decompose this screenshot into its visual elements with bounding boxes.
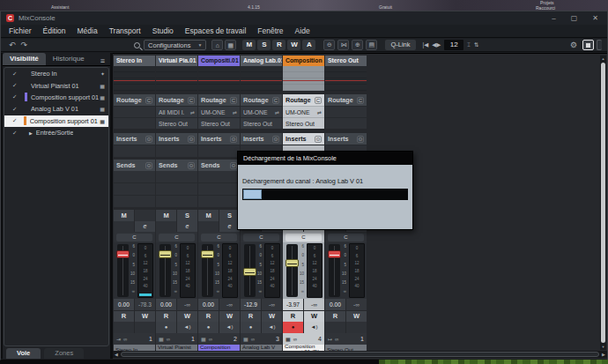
title-bar[interactable]: C MixConsole – ▢ ✕ — [1, 11, 607, 25]
record-enable-button[interactable]: ● — [325, 322, 345, 333]
routing-section-header[interactable]: Routage C — [114, 94, 155, 106]
record-enable-button[interactable]: ● — [198, 322, 219, 333]
sends-options-icon[interactable]: ⊙ — [145, 162, 152, 169]
send-slots[interactable] — [198, 171, 240, 207]
insert-slot[interactable] — [114, 145, 155, 157]
scroll-up-icon[interactable]: ▲ — [600, 56, 606, 62]
write-automation-button[interactable]: W — [304, 311, 324, 322]
routing-edit-icon[interactable]: C — [145, 97, 152, 104]
channel-pictures-zone[interactable] — [241, 66, 282, 91]
track-visibility-row[interactable]: ✓ ▶ Analog Lab V 01 ▦ — [4, 103, 108, 115]
volume-value[interactable]: 0.00 — [325, 299, 345, 310]
write-automation-button[interactable]: W — [135, 311, 155, 322]
record-enable-button[interactable]: ● — [156, 322, 176, 333]
expand-arrow-icon[interactable]: ▶ — [29, 130, 33, 136]
routing-section-header[interactable]: Routage C — [325, 94, 367, 106]
close-button[interactable]: ✕ — [592, 11, 598, 25]
peak-value[interactable]: -∞ — [177, 299, 197, 310]
pan-control[interactable]: C — [285, 234, 322, 241]
listen-button[interactable] — [198, 221, 219, 232]
track-visibility-row[interactable]: ✓ ▶ Entrée/Sortie — [4, 127, 108, 138]
routing-section-header[interactable]: Routage C — [198, 94, 240, 106]
peak-value[interactable]: -78.3 — [135, 299, 155, 310]
solo-button[interactable]: S — [177, 210, 197, 221]
channel-pictures-zone[interactable] — [325, 66, 367, 91]
visibility-check-icon[interactable]: ✓ — [12, 130, 20, 137]
inserts-options-icon[interactable]: ⊙ — [188, 136, 195, 143]
routing-section-header[interactable]: Routage C — [156, 94, 197, 106]
track-visibility-row[interactable]: ✓ ▶ Composition support 01 (D) ▦ — [4, 115, 108, 127]
inserts-options-icon[interactable]: ⊙ — [315, 136, 322, 143]
volume-fader[interactable]: 6 0 5 10 15 ∞ — [241, 243, 263, 298]
panel-toggle-icon[interactable] — [597, 40, 602, 50]
peak-value[interactable]: -∞ — [262, 299, 282, 310]
send-slots[interactable] — [114, 171, 155, 207]
output-routing-slot[interactable]: Stereo Out — [156, 117, 197, 129]
tab-historique[interactable]: Historique — [46, 53, 92, 65]
input-routing-slot[interactable]: UM-ONE ⇄ — [283, 106, 324, 117]
horizontal-scroll-thumb[interactable] — [121, 352, 599, 357]
channel-width-icon[interactable]: ◀▶ — [432, 41, 441, 48]
pan-control[interactable]: C — [243, 234, 279, 241]
monitor-button[interactable]: ◄) — [177, 322, 197, 333]
track-visibility-row[interactable]: ✓ ▶ Virtual Pianist 01 ▦ — [4, 79, 108, 91]
monitor-button[interactable]: ◄) — [304, 322, 324, 333]
fader-cap[interactable] — [328, 250, 341, 258]
visibility-check-icon[interactable]: ✓ — [12, 93, 20, 100]
channel-pictures-zone[interactable] — [114, 66, 155, 91]
scroll-down-icon[interactable]: ▼ — [600, 344, 606, 350]
volume-fader[interactable]: 6 0 5 10 15 ∞ — [115, 243, 136, 298]
record-enable-button[interactable]: ● — [241, 322, 261, 333]
listen-button[interactable] — [114, 221, 134, 232]
output-routing-slot[interactable]: Stereo Out — [283, 117, 324, 129]
peak-value[interactable]: -∞ — [304, 299, 324, 310]
inserts-options-icon[interactable]: ⊙ — [272, 136, 279, 143]
visibility-check-icon[interactable]: ✓ — [12, 71, 20, 78]
bypass-sends-icon[interactable]: ⊕ — [352, 40, 363, 50]
volume-value[interactable]: 0.00 — [156, 299, 176, 310]
channel-header[interactable]: Stereo In — [114, 56, 155, 66]
write-automation-button[interactable]: W — [346, 311, 367, 322]
hamburger-menu-icon[interactable]: ≡ — [100, 56, 110, 65]
inserts-section-header[interactable]: Inserts ⊙ — [198, 133, 240, 145]
inserts-section-header[interactable]: Inserts ⊙ — [156, 133, 197, 145]
vertical-scrollbar[interactable]: ▲ ▼ — [600, 56, 606, 350]
channel-header[interactable]: Compositi.01 — [198, 56, 240, 66]
mute-button[interactable]: M — [114, 210, 134, 221]
undo-icon[interactable]: ↶ — [9, 40, 16, 51]
scroll-left-icon[interactable]: ◀ — [113, 351, 120, 358]
mute-button[interactable]: M — [156, 210, 176, 221]
write-all-button[interactable]: W — [287, 40, 300, 50]
monitor-button[interactable]: ◄) — [135, 322, 155, 333]
menu-item-media[interactable]: Média — [78, 26, 98, 35]
suspend-automation-button[interactable]: A — [302, 40, 315, 50]
vertical-scroll-thumb[interactable] — [601, 63, 605, 343]
routing-section-header[interactable]: Routage C — [241, 94, 282, 106]
solo-button[interactable]: S — [135, 210, 155, 221]
sends-options-icon[interactable]: ⊙ — [230, 162, 237, 169]
channel-header[interactable]: Virtual Pia.01 — [156, 56, 197, 66]
fader-cap[interactable] — [243, 268, 256, 276]
channel-header[interactable]: Analog Lab.01 — [241, 56, 282, 66]
write-automation-button[interactable]: W — [262, 311, 282, 322]
channel-pictures-zone[interactable] — [198, 66, 240, 91]
read-automation-button[interactable]: R — [114, 311, 134, 322]
volume-value[interactable]: -12.9 — [241, 299, 261, 310]
read-automation-button[interactable]: R — [198, 311, 219, 322]
snapshot-icon[interactable]: ⌂ — [211, 40, 223, 50]
qlink-button[interactable]: Q-Link — [385, 40, 415, 50]
rack-settings-icon[interactable]: ▤ — [366, 40, 377, 50]
redo-icon[interactable]: ↷ — [21, 40, 28, 51]
bypass-inserts-icon[interactable]: ⊖ — [323, 40, 335, 50]
scroll-right-icon[interactable]: ▶ — [600, 351, 607, 358]
track-visibility-row[interactable]: ✓ ▶ Stereo In ✦ — [4, 68, 108, 79]
routing-edit-icon[interactable]: C — [315, 97, 322, 104]
fader-cap[interactable] — [201, 250, 214, 258]
count-spinner-icon[interactable]: ⇅ — [474, 41, 478, 48]
fader-track[interactable] — [286, 244, 298, 297]
fader-cap[interactable] — [116, 250, 130, 258]
input-routing-slot[interactable]: ⇄ — [325, 106, 367, 117]
volume-fader[interactable]: 6 0 5 10 15 ∞ — [157, 243, 178, 298]
pan-control[interactable]: C — [159, 234, 195, 241]
inserts-section-header[interactable]: Inserts ⊙ — [283, 133, 324, 145]
